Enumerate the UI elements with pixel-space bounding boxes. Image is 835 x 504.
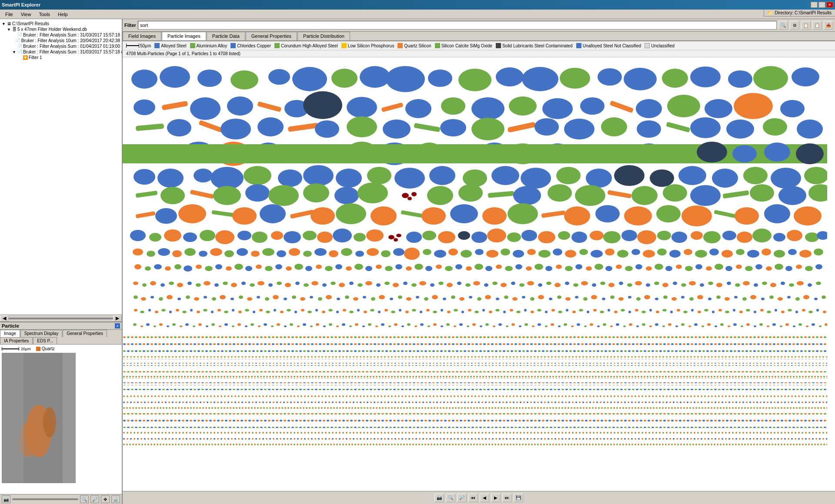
svg-point-540: [461, 311, 464, 313]
svg-point-327: [745, 266, 753, 271]
menu-file[interactable]: File: [2, 11, 17, 18]
svg-point-446: [424, 297, 428, 301]
svg-point-398: [689, 281, 696, 285]
tree-db-label[interactable]: 5 x 47mm Filter Holder Weekend.db: [17, 27, 87, 32]
tree-db-toggle[interactable]: ▼: [7, 27, 11, 32]
svg-point-693: [785, 323, 789, 326]
svg-point-592: [823, 311, 826, 313]
svg-point-44: [580, 97, 605, 115]
scroll-right[interactable]: ▶: [113, 315, 122, 322]
maximize-button[interactable]: □: [818, 2, 825, 8]
nav-first-btn[interactable]: ⏮: [468, 494, 478, 502]
svg-point-332: [796, 265, 802, 269]
svg-point-49: [734, 93, 773, 119]
tab-field-images[interactable]: Field Images: [123, 32, 161, 40]
tab-particle-images[interactable]: Particle Images: [162, 32, 206, 40]
svg-point-357: [322, 283, 327, 287]
filter-paste-btn[interactable]: 📋: [812, 21, 822, 30]
particle-camera-btn[interactable]: 📷: [2, 495, 10, 503]
particle-select-btn[interactable]: 🔬: [111, 495, 120, 503]
svg-point-596: [154, 325, 156, 327]
svg-point-604: [206, 325, 208, 327]
svg-point-490: [814, 298, 818, 300]
svg-point-617: [290, 323, 293, 326]
filter-copy-btn[interactable]: 📋: [801, 21, 811, 30]
filter-settings-btn[interactable]: ⚙: [790, 21, 799, 30]
svg-point-135: [575, 185, 605, 206]
nav-search-btn[interactable]: 🔎: [457, 494, 467, 502]
tree-analysis-1[interactable]: 📄 Bruker : Filter Analysis Sum : 31/03/2…: [2, 32, 120, 38]
particle-bottom-toolbar: 📷 🔍 🔎 ✥ 🔬: [0, 494, 122, 504]
scroll-left[interactable]: ◀: [0, 315, 9, 322]
svg-point-124: [303, 183, 329, 202]
svg-point-356: [311, 281, 318, 285]
tree-analysis-3[interactable]: 📄 Bruker : Filter Analysis Sum : 01/04/2…: [2, 43, 120, 49]
particle-zoom-in-btn[interactable]: 🔍: [80, 495, 89, 503]
svg-point-281: [286, 266, 292, 271]
svg-point-296: [436, 265, 442, 269]
main-layout: ▼ 🖥 C:\SmartPI Results ▼ 🗄 5 x 47mm Filt…: [0, 19, 835, 504]
tab-particle-distribution[interactable]: Particle Distribution: [297, 32, 350, 40]
close-button[interactable]: ✕: [826, 2, 833, 8]
svg-point-419: [186, 295, 190, 299]
nav-last-btn[interactable]: ⏭: [502, 494, 512, 502]
svg-point-388: [600, 282, 605, 285]
particle-expand-icon[interactable]: +: [115, 323, 120, 328]
svg-point-379: [519, 283, 524, 287]
nav-save-btn[interactable]: 💾: [514, 494, 523, 502]
svg-point-519: [315, 309, 318, 312]
svg-point-532: [405, 311, 409, 313]
svg-point-308: [556, 265, 562, 269]
particle-pan-btn[interactable]: ✥: [101, 495, 110, 503]
svg-point-222: [251, 251, 260, 257]
svg-point-377: [501, 283, 507, 287]
legend-swatch-corundum: [274, 43, 280, 48]
legend-label-chlorides: Chlorides Copper: [237, 43, 271, 48]
tree-analysis-4-toggle[interactable]: ▼: [12, 50, 16, 54]
svg-point-344: [204, 281, 210, 285]
filter-input[interactable]: [138, 21, 777, 30]
menu-view[interactable]: View: [17, 11, 35, 18]
scroll-track[interactable]: [9, 318, 113, 319]
svg-point-595: [146, 323, 150, 326]
tab-general-properties[interactable]: General Properties: [246, 32, 297, 40]
svg-point-411: [808, 283, 812, 287]
svg-point-696: [806, 325, 808, 327]
particle-slider[interactable]: [12, 498, 78, 500]
tab-spectrum[interactable]: Spectrum Display: [20, 330, 62, 337]
nav-next-btn[interactable]: ▶: [491, 494, 501, 502]
svg-point-324: [715, 264, 723, 270]
tab-particle-data[interactable]: Particle Data: [207, 32, 245, 40]
tree-analysis-4[interactable]: ▼ 📄 Bruker : Filter Analysis Sum : 31/03…: [2, 49, 120, 55]
tree-toggle[interactable]: ▼: [2, 22, 6, 26]
viz-area[interactable]: [123, 57, 835, 491]
particle-zoom-out-btn[interactable]: 🔎: [90, 495, 99, 503]
tree-filter[interactable]: 🔽 Filter 1: [2, 55, 120, 60]
svg-point-390: [619, 282, 623, 285]
svg-point-216: [172, 250, 182, 257]
filter-export-btn[interactable]: 📤: [824, 21, 833, 30]
svg-point-297: [445, 266, 453, 271]
svg-point-495: [148, 309, 151, 312]
svg-point-431: [292, 295, 296, 299]
tree-view[interactable]: ▼ 🖥 C:\SmartPI Results ▼ 🗄 5 x 47mm Filt…: [0, 19, 122, 315]
tab-general[interactable]: General Properties: [63, 330, 107, 337]
nav-camera-btn[interactable]: 📷: [434, 494, 444, 502]
nav-zoom-in-btn[interactable]: 🔍: [446, 494, 455, 502]
tab-ia[interactable]: IA Properties: [0, 337, 33, 344]
tree-analysis-2[interactable]: 📄 Bruker : Filter Analysis 10um : 20/04/…: [2, 38, 120, 43]
main-tabs: Field Images Particle Images Particle Da…: [123, 32, 835, 41]
minimize-button[interactable]: _: [811, 2, 818, 8]
h-scrollbar[interactable]: ◀ ▶: [0, 315, 122, 322]
menu-help[interactable]: Help: [54, 11, 71, 18]
svg-point-64: [534, 118, 559, 136]
tab-image[interactable]: Image: [0, 330, 20, 337]
svg-point-564: [628, 311, 631, 313]
menu-tools[interactable]: Tools: [35, 11, 53, 18]
svg-point-474: [671, 297, 677, 301]
svg-point-578: [725, 311, 729, 313]
tab-eds[interactable]: EDS P...: [33, 337, 57, 344]
nav-prev-btn[interactable]: ◀: [480, 494, 489, 502]
filter-search-btn[interactable]: 🔍: [778, 21, 788, 30]
svg-point-643: [459, 323, 463, 326]
